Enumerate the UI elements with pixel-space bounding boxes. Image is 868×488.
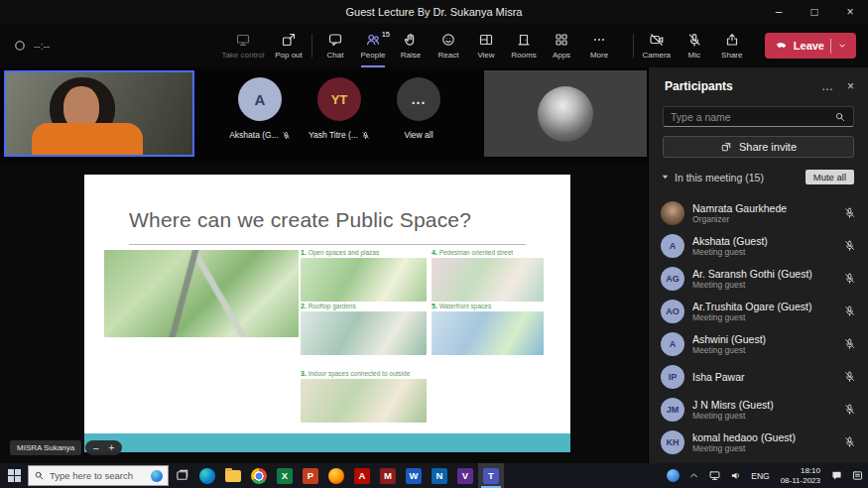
people-count-badge: 15 xyxy=(382,30,390,39)
mic-off-icon[interactable] xyxy=(843,337,856,350)
slide-title: Where can we create Public Space? xyxy=(129,208,471,232)
avatar: AG xyxy=(661,267,684,291)
zoom-controls: – + xyxy=(85,440,122,455)
search-icon xyxy=(34,470,45,481)
in-meeting-section-header[interactable]: In this meeting (15) Mute all xyxy=(649,158,868,188)
share-button[interactable]: Share xyxy=(713,24,751,67)
participant-row[interactable]: A Ashwini (Guest)Meeting guest xyxy=(649,327,868,360)
hidden-icons-chevron[interactable] xyxy=(683,463,704,488)
mic-off-icon[interactable] xyxy=(843,403,856,416)
self-video-tile[interactable] xyxy=(4,70,194,157)
comment-icon[interactable] xyxy=(826,463,847,488)
participant-row[interactable]: A Akshata (Guest)Meeting guest xyxy=(649,229,868,262)
taskbar-powerpoint-icon[interactable]: P xyxy=(298,463,323,488)
take-control-button[interactable]: Take control xyxy=(216,24,270,67)
leave-button[interactable]: Leave xyxy=(765,33,856,59)
language-indicator[interactable]: ENG xyxy=(746,471,774,481)
taskbar-firefox-icon[interactable] xyxy=(323,463,349,488)
participant-search-input[interactable] xyxy=(671,111,834,123)
view-all-tile[interactable]: ... View all xyxy=(379,77,458,140)
participant-row[interactable]: JM J N Misrs (Guest)Meeting guest xyxy=(649,393,868,426)
tray-app-icon[interactable] xyxy=(663,463,683,488)
system-tray: ENG 18:10 08-11-2023 xyxy=(663,463,868,488)
clock[interactable]: 18:10 08-11-2023 xyxy=(775,466,826,486)
tile-name: View all xyxy=(404,130,433,140)
ellipsis-icon xyxy=(591,32,607,48)
tile-name: Yash Titre (... xyxy=(309,130,358,140)
participant-search[interactable] xyxy=(663,106,854,127)
participant-row[interactable]: KH komal hedaoo (Guest)Meeting guest xyxy=(649,426,868,458)
people-button[interactable]: 15 People xyxy=(354,24,392,67)
layout-icon xyxy=(478,32,494,48)
people-icon xyxy=(365,32,381,48)
close-button[interactable]: × xyxy=(832,0,868,24)
participant-row[interactable]: IP Isha Pawar xyxy=(649,360,868,393)
taskbar-file-explorer-icon[interactable] xyxy=(220,463,246,488)
avatar xyxy=(661,201,684,225)
raise-hand-button[interactable]: Raise xyxy=(392,24,430,67)
slide-caption-waterfront: 5. Waterfront spaces xyxy=(432,303,491,309)
avatar: AO xyxy=(661,300,684,323)
mic-off-icon[interactable] xyxy=(843,370,856,383)
slide-image-rooftop-gardens xyxy=(301,311,427,355)
minimize-button[interactable]: – xyxy=(761,0,797,24)
presenter-name-label: MISRA Sukanya xyxy=(10,440,81,455)
panel-close-button[interactable]: × xyxy=(847,79,854,93)
mic-off-icon[interactable] xyxy=(843,206,856,219)
start-button[interactable] xyxy=(0,463,28,488)
chevron-down-icon[interactable] xyxy=(837,41,847,51)
participant-row[interactable]: AO Ar.Trushita Ogare (Guest)Meeting gues… xyxy=(649,295,868,327)
react-button[interactable]: React xyxy=(430,24,467,67)
taskbar-blue-app-icon[interactable]: N xyxy=(427,463,452,488)
pop-out-button[interactable]: Pop out xyxy=(270,24,308,67)
maximize-button[interactable]: □ xyxy=(797,0,832,24)
participant-row[interactable]: AG Ar. Saransh Gothi (Guest)Meeting gues… xyxy=(649,262,868,295)
view-button[interactable]: View xyxy=(467,24,505,67)
taskbar-red-app-icon[interactable]: M xyxy=(375,463,401,488)
meeting-status: --:-- xyxy=(0,39,216,53)
windows-taskbar: X P A M W N V T ENG 18:10 08-11-2023 xyxy=(0,463,868,488)
record-icon xyxy=(13,39,27,53)
participant-row[interactable]: Namrata GaurkhedeOrganizer xyxy=(649,196,868,229)
speaker-icon[interactable] xyxy=(725,463,746,488)
chat-button[interactable]: Chat xyxy=(316,24,354,67)
ellipsis-icon: ... xyxy=(397,77,440,121)
taskbar-chrome-icon[interactable] xyxy=(246,463,272,488)
rooms-button[interactable]: Rooms xyxy=(505,24,543,67)
taskbar-purple-app-icon[interactable]: V xyxy=(452,463,478,488)
apps-button[interactable]: Apps xyxy=(543,24,580,67)
taskbar-search[interactable] xyxy=(28,465,169,486)
taskbar-excel-icon[interactable]: X xyxy=(272,463,298,488)
panel-more-button[interactable]: … xyxy=(821,79,833,93)
camera-off-icon xyxy=(649,32,665,48)
taskbar-acrobat-icon[interactable]: A xyxy=(349,463,375,488)
mute-all-button[interactable]: Mute all xyxy=(806,170,854,184)
notification-center-icon[interactable] xyxy=(847,463,868,488)
mic-off-icon[interactable] xyxy=(843,272,856,285)
leave-divider xyxy=(830,39,831,54)
slide-caption-indoor: 3. Indoor spaces connected to outside xyxy=(301,370,410,377)
participant-tile-yash[interactable]: YT Yash Titre (... xyxy=(300,77,379,140)
speaker-video-tile[interactable] xyxy=(484,70,647,157)
taskbar-word-icon[interactable]: W xyxy=(401,463,427,488)
zoom-out-button[interactable]: – xyxy=(93,442,99,453)
taskbar-edge-icon[interactable] xyxy=(194,463,220,488)
participant-tile-akshata[interactable]: A Akshata (G... xyxy=(220,77,300,140)
toolbar-separator xyxy=(633,34,634,58)
taskbar-search-input[interactable] xyxy=(50,470,146,481)
zoom-in-button[interactable]: + xyxy=(109,442,115,453)
task-view-button[interactable] xyxy=(169,463,194,488)
camera-button[interactable]: Camera xyxy=(638,24,676,67)
network-icon[interactable] xyxy=(704,463,725,488)
share-invite-button[interactable]: Share invite xyxy=(663,136,854,158)
tile-name: Akshata (G... xyxy=(229,130,279,140)
mic-off-icon[interactable] xyxy=(843,305,856,317)
mic-button[interactable]: Mic xyxy=(676,24,713,67)
mic-off-icon[interactable] xyxy=(843,239,856,252)
slide-image-waterfront xyxy=(432,311,544,355)
taskbar-teams-icon-active[interactable]: T xyxy=(478,463,504,488)
mic-off-icon[interactable] xyxy=(843,435,856,448)
more-button[interactable]: More xyxy=(580,24,618,67)
chevron-down-icon xyxy=(661,173,670,182)
task-view-icon xyxy=(175,468,189,483)
